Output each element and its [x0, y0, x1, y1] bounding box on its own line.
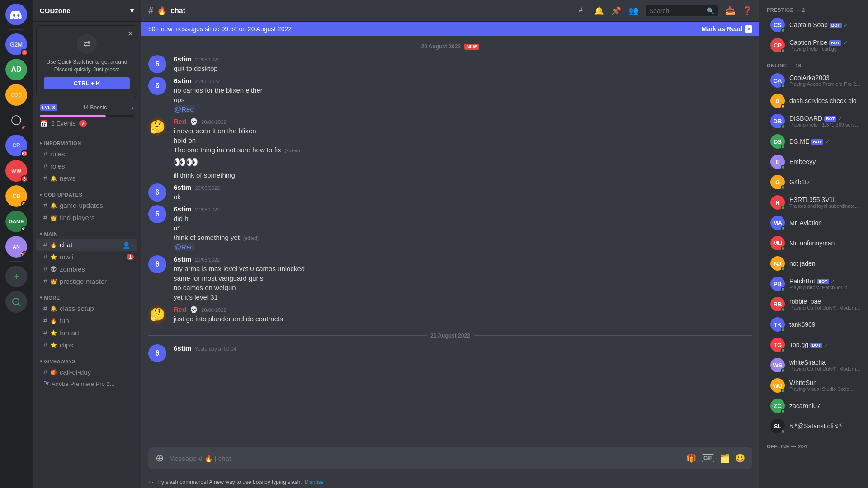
category-more[interactable]: ▾ MORE	[33, 288, 141, 302]
member-item[interactable]: GG4b1tz	[763, 172, 864, 192]
avatar-6stim-8: 6	[148, 344, 166, 362]
gift-icon[interactable]: 🎁	[686, 453, 696, 463]
member-item[interactable]: TGTop.ggBOT ✓	[763, 335, 864, 355]
message-content-8: 6stim Yesterday at 00:04	[174, 344, 752, 362]
hashtag-header-icon[interactable]: #	[578, 5, 587, 16]
message-text-2c: @Red	[174, 104, 752, 114]
help-header-icon[interactable]: ❓	[742, 6, 752, 16]
member-status: Playing Call of Duty®: Modern...	[789, 305, 861, 310]
search-bar[interactable]: 🔍	[646, 5, 718, 16]
category-giveaways[interactable]: ▾ GIVEAWAYS	[33, 352, 141, 366]
status-dot	[781, 206, 785, 210]
avatar: TK	[770, 317, 785, 332]
member-item[interactable]: HH3RTL355 3V1LTraitors and loyal subordi…	[763, 192, 864, 212]
channel-header: # 🔥 chat # 🔔 📌 👥 🔍 📥 ❓	[141, 0, 760, 22]
channel-rules[interactable]: # rules	[36, 148, 137, 160]
member-item[interactable]: NJnot jaden	[763, 253, 864, 273]
member-item[interactable]: CACoolArka2003Playing Adobe Premiere Pro…	[763, 70, 864, 90]
member-info-price: Caption PriceBOT ✓ Playing !help | carl.…	[789, 39, 861, 52]
discover-icon[interactable]	[5, 291, 27, 313]
channel-premiere[interactable]: Pr Adobe Premiere Pro 2...	[36, 379, 137, 389]
member-captain-soap[interactable]: CS Captain SoapBOT ✓	[763, 15, 864, 35]
member-item[interactable]: WSwhiteSirachaPlaying Call of Duty®: Mod…	[763, 355, 864, 375]
messages-area: 20 August 2022 NEW 6 6stim 20/08/2022 qu…	[141, 36, 760, 447]
category-main[interactable]: ▾ MAIN	[33, 224, 141, 239]
server-icon-5[interactable]: WW 3	[5, 160, 27, 182]
member-item[interactable]: DBDISBOARDBOT ✓Playing /help | 1,371,369…	[763, 111, 864, 131]
message-text-6c: no camos on welgun	[174, 283, 752, 292]
quick-switcher-shortcut[interactable]: CTRL + K	[44, 77, 130, 89]
member-item[interactable]: DSDS.MEBOT ✓	[763, 131, 864, 151]
message-text-3e: ill think of something	[174, 170, 752, 180]
channel-find-players[interactable]: # 👑 find-players	[36, 212, 137, 224]
server-icon-1[interactable]: G2M 8	[5, 33, 27, 55]
channel-class-setup[interactable]: # 🔔 class-setup	[36, 303, 137, 314]
channel-zombies[interactable]: # 👽 zombies	[36, 263, 137, 275]
message-group-5: 6 6stim 20/08/2022 did h u* think of som…	[141, 203, 760, 253]
member-name: WhiteSun	[789, 379, 861, 386]
member-item[interactable]: RBrobbie_baePlaying Call of Duty®: Moder…	[763, 294, 864, 314]
channel-chat[interactable]: # 🔥 chat 👤+	[36, 239, 137, 251]
channel-fan-art[interactable]: # ⭐ fan-art	[36, 327, 137, 339]
server-icon-8[interactable]: AN 127	[5, 236, 27, 258]
new-messages-banner[interactable]: 50+ new messages since 09:54 on 20 Augus…	[141, 22, 760, 36]
member-item[interactable]: ZCzacaroni07	[763, 396, 864, 416]
channel-call-of-duy[interactable]: # 🎁 call-of-duy	[36, 366, 137, 378]
server-icon-7[interactable]: GAME 35	[5, 211, 27, 232]
events-item[interactable]: 📅 2 Events 2	[33, 117, 141, 130]
server-icon-cod[interactable]: COD	[5, 84, 27, 106]
message-header-1: 6stim 20/08/2022	[174, 55, 752, 63]
member-item[interactable]: MUMr. unfunnyman	[763, 233, 864, 253]
members-header-icon[interactable]: 👥	[628, 6, 638, 16]
member-item[interactable]: Ddash.services check bio	[763, 91, 864, 111]
emoji-icon[interactable]: 😀	[735, 453, 745, 463]
add-server-button[interactable]: +	[5, 266, 27, 287]
message-input[interactable]	[169, 455, 681, 462]
bell-header-icon[interactable]: 🔔	[594, 6, 604, 16]
server-icon-4[interactable]: CR 61	[5, 135, 27, 156]
header-icons: # 🔔 📌 👥 🔍 📥 ❓	[578, 5, 752, 16]
channel-clips[interactable]: # ⭐ clips	[36, 339, 137, 351]
message-text-5c: think of something yet (edited)	[174, 233, 752, 242]
server-icon-6[interactable]: CB 40	[5, 185, 27, 207]
channel-prestige-master[interactable]: # 👑 prestige-master	[36, 276, 137, 287]
channel-roles[interactable]: # roles	[36, 160, 137, 172]
channel-fun[interactable]: # 🔥 fun	[36, 315, 137, 327]
gif-icon[interactable]: GIF	[702, 454, 714, 462]
member-item[interactable]: MAMr. Aviation	[763, 213, 864, 233]
member-caption-price[interactable]: CP Caption PriceBOT ✓ Playing !help | ca…	[763, 35, 864, 55]
member-item[interactable]: EEmbeeyy	[763, 152, 864, 172]
search-input[interactable]	[649, 7, 703, 14]
message-timestamp-8: Yesterday at 00:04	[195, 346, 236, 352]
message-author-8: 6stim	[174, 344, 191, 352]
date-divider-2: 21 August 2022	[141, 325, 760, 343]
category-information[interactable]: ▸ INFORMATION	[33, 133, 141, 148]
server-icon-2[interactable]: AD	[5, 59, 27, 80]
mark-as-read-button[interactable]: Mark as Read ✕	[702, 25, 752, 33]
right-sidebar: PRESTIGE — 2 CS Captain SoapBOT ✓ CP Cap…	[760, 0, 868, 488]
server-header[interactable]: CODzone ▾	[33, 0, 141, 22]
hash-icon: #	[43, 174, 47, 183]
member-name: Embeeyy	[789, 158, 861, 165]
inbox-header-icon[interactable]: 📥	[725, 6, 735, 16]
channel-game-updates[interactable]: # 🔔 game-updates	[36, 200, 137, 211]
server-icon-3[interactable]: 75	[5, 109, 27, 131]
dismiss-link[interactable]: Dismiss	[305, 479, 324, 485]
member-item[interactable]: PBPatchBotBOT ✓Playing https://PatchBot.…	[763, 274, 864, 294]
channel-mwii[interactable]: # ⭐ mwii 1	[36, 251, 137, 263]
member-item[interactable]: TKtank6969	[763, 314, 864, 334]
category-cod-updates[interactable]: ▸ COD UPDATES	[33, 185, 141, 199]
add-button[interactable]: ⊕	[156, 452, 164, 464]
sticker-icon[interactable]: 🗂️	[720, 453, 730, 463]
message-group-2: 6 6stim 20/08/2022 no camos for the blix…	[141, 75, 760, 116]
date-divider-1: 20 August 2022 NEW	[141, 36, 760, 53]
close-icon[interactable]: ✕	[127, 29, 133, 38]
bot-badge: BOT	[810, 343, 822, 348]
pin-header-icon[interactable]: 📌	[611, 6, 621, 16]
chevron-icon: ▾	[40, 359, 42, 364]
member-item[interactable]: WUWhiteSunPlaying Visual Studio Code ...	[763, 375, 864, 395]
member-item[interactable]: SL↯ᴷ@SatansLoli↯ᴷ	[763, 416, 864, 436]
member-status: Playing /help | 1,371,369 servers...	[789, 122, 861, 127]
discord-home-button[interactable]	[5, 4, 27, 25]
channel-news[interactable]: # 🔔 news	[36, 173, 137, 184]
